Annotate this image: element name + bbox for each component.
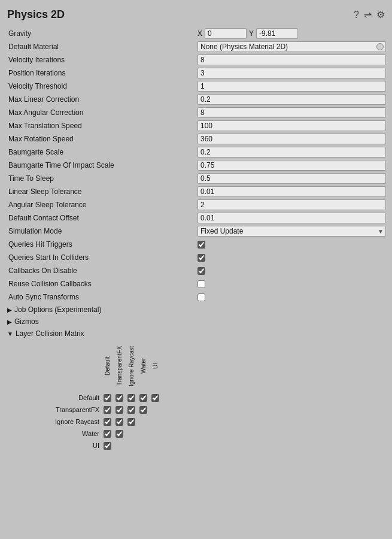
reuse-collision-callbacks-checkbox[interactable] bbox=[197, 280, 205, 288]
velocity-iterations-row: Velocity Iterations bbox=[6, 53, 386, 66]
velocity-threshold-label: Velocity Threshold bbox=[6, 82, 197, 90]
position-iterations-row: Position Iterations bbox=[6, 66, 386, 80]
gizmos-section[interactable]: ▶ Gizmos bbox=[6, 316, 386, 328]
time-to-sleep-input[interactable] bbox=[197, 173, 386, 184]
auto-sync-transforms-checkbox[interactable] bbox=[197, 293, 205, 301]
matrix-checkbox-ignore-raycast-transparentfx[interactable] bbox=[116, 418, 123, 426]
matrix-cell-ui-ignore-raycast-empty bbox=[126, 440, 136, 451]
baumgarte-toi-scale-value bbox=[197, 160, 386, 171]
angular-sleep-tolerance-input[interactable] bbox=[197, 199, 386, 210]
matrix-checkbox-transparentfx-transparentfx[interactable] bbox=[116, 406, 123, 414]
position-iterations-input[interactable] bbox=[197, 68, 386, 78]
simulation-mode-select-wrapper: Fixed Update Update Script ▼ bbox=[197, 226, 386, 237]
matrix-cell-default-default bbox=[102, 392, 113, 403]
reuse-collision-callbacks-value bbox=[197, 280, 386, 288]
position-iterations-value bbox=[197, 68, 386, 78]
max-translation-speed-label: Max Translation Speed bbox=[6, 122, 197, 130]
angular-sleep-tolerance-label: Angular Sleep Tolerance bbox=[6, 201, 197, 209]
matrix-checkbox-default-transparentfx[interactable] bbox=[116, 394, 123, 402]
matrix-cells-transparentfx bbox=[102, 404, 160, 415]
velocity-iterations-value bbox=[197, 54, 386, 65]
linear-sleep-tolerance-row: Linear Sleep Tolerance bbox=[6, 185, 386, 198]
linear-sleep-tolerance-label: Linear Sleep Tolerance bbox=[6, 187, 197, 196]
max-translation-speed-value bbox=[197, 120, 386, 131]
velocity-iterations-label: Velocity Iterations bbox=[6, 56, 197, 64]
gravity-y-input[interactable] bbox=[256, 28, 298, 39]
matrix-row-label-ignore-raycast: Ignore Raycast bbox=[18, 418, 102, 425]
callbacks-on-disable-row: Callbacks On Disable bbox=[6, 264, 386, 277]
matrix-col-header-ignore-raycast-text: Ignore Raycast bbox=[128, 342, 135, 390]
layer-collision-matrix-container: Default TransparentFX Ignore Raycast Wat… bbox=[6, 340, 386, 455]
default-contact-offset-input[interactable] bbox=[197, 213, 386, 223]
matrix-cell-ignore-raycast-default bbox=[102, 416, 113, 427]
matrix-checkbox-default-water[interactable] bbox=[139, 394, 147, 402]
matrix-checkbox-ui-default[interactable] bbox=[104, 442, 111, 450]
matrix-col-header-ignore-raycast: Ignore Raycast bbox=[126, 342, 136, 390]
queries-hit-triggers-checkbox[interactable] bbox=[197, 241, 205, 249]
default-material-field[interactable]: None (Physics Material 2D) bbox=[197, 41, 386, 52]
max-translation-speed-row: Max Translation Speed bbox=[6, 119, 386, 132]
queries-hit-triggers-row: Queries Hit Triggers bbox=[6, 238, 386, 251]
matrix-checkbox-water-transparentfx[interactable] bbox=[116, 430, 123, 438]
job-options-section[interactable]: ▶ Job Options (Experimental) bbox=[6, 304, 386, 316]
simulation-mode-label: Simulation Mode bbox=[6, 227, 197, 235]
velocity-threshold-row: Velocity Threshold bbox=[6, 80, 386, 93]
max-translation-speed-input[interactable] bbox=[197, 120, 386, 131]
matrix-row-default: Default bbox=[18, 392, 386, 403]
matrix-col-header-ui: UI bbox=[150, 342, 160, 390]
simulation-mode-value: Fixed Update Update Script ▼ bbox=[197, 226, 386, 237]
matrix-checkbox-ignore-raycast-ignore-raycast[interactable] bbox=[127, 418, 135, 426]
matrix-col-header-transparentfx: TransparentFX bbox=[114, 342, 124, 390]
callbacks-on-disable-checkbox[interactable] bbox=[197, 267, 205, 275]
max-rotation-speed-row: Max Rotation Speed bbox=[6, 132, 386, 146]
velocity-iterations-input[interactable] bbox=[197, 54, 386, 65]
gravity-x-input[interactable] bbox=[205, 28, 247, 39]
matrix-col-header-default-text: Default bbox=[104, 342, 111, 390]
max-linear-correction-value bbox=[197, 94, 386, 105]
baumgarte-scale-row: Baumgarte Scale bbox=[6, 146, 386, 159]
matrix-checkbox-default-ui[interactable] bbox=[151, 394, 159, 402]
matrix-checkbox-transparentfx-water[interactable] bbox=[139, 406, 147, 414]
queries-start-in-colliders-value bbox=[197, 254, 386, 262]
matrix-checkbox-water-default[interactable] bbox=[104, 430, 111, 438]
panel-title: Physics 2D bbox=[7, 8, 65, 21]
queries-start-in-colliders-checkbox[interactable] bbox=[197, 254, 205, 262]
linear-sleep-tolerance-input[interactable] bbox=[197, 186, 386, 197]
matrix-cells-ignore-raycast bbox=[102, 416, 160, 427]
matrix-checkbox-ignore-raycast-default[interactable] bbox=[104, 418, 111, 426]
matrix-checkbox-default-default[interactable] bbox=[104, 394, 111, 402]
default-contact-offset-value bbox=[197, 213, 386, 223]
matrix-row-label-default: Default bbox=[18, 394, 102, 401]
panel-header: Physics 2D ? ⇌ ⚙ bbox=[6, 5, 386, 27]
baumgarte-scale-input[interactable] bbox=[197, 147, 386, 158]
max-angular-correction-input[interactable] bbox=[197, 107, 386, 118]
queries-hit-triggers-value bbox=[197, 241, 386, 249]
simulation-mode-select[interactable]: Fixed Update Update Script bbox=[197, 226, 386, 237]
sliders-icon[interactable]: ⇌ bbox=[364, 9, 372, 20]
matrix-row-transparentfx: TransparentFX bbox=[18, 404, 386, 415]
layer-collision-matrix-section[interactable]: ▼ Layer Collision Matrix bbox=[6, 328, 386, 340]
matrix-checkbox-transparentfx-default[interactable] bbox=[104, 406, 111, 414]
material-picker-icon[interactable] bbox=[376, 43, 384, 50]
reuse-collision-callbacks-label: Reuse Collision Callbacks bbox=[6, 280, 197, 288]
matrix-cell-water-water-empty bbox=[138, 428, 148, 439]
max-linear-correction-input[interactable] bbox=[197, 94, 386, 105]
linear-sleep-tolerance-value bbox=[197, 186, 386, 197]
physics-2d-panel: Physics 2D ? ⇌ ⚙ Gravity X Y Default Mat… bbox=[0, 0, 392, 459]
matrix-col-header-transparentfx-text: TransparentFX bbox=[116, 342, 123, 390]
gravity-x-label: X bbox=[197, 29, 202, 38]
matrix-checkbox-default-ignore-raycast[interactable] bbox=[127, 394, 135, 402]
velocity-threshold-input[interactable] bbox=[197, 81, 386, 92]
callbacks-on-disable-label: Callbacks On Disable bbox=[6, 267, 197, 275]
position-iterations-label: Position Iterations bbox=[6, 69, 197, 77]
velocity-threshold-value bbox=[197, 81, 386, 92]
baumgarte-toi-scale-input[interactable] bbox=[197, 160, 386, 171]
max-rotation-speed-input[interactable] bbox=[197, 134, 386, 144]
matrix-checkbox-transparentfx-ignore-raycast[interactable] bbox=[127, 406, 135, 414]
gear-icon[interactable]: ⚙ bbox=[376, 9, 385, 20]
max-rotation-speed-value bbox=[197, 134, 386, 144]
help-icon[interactable]: ? bbox=[354, 10, 359, 20]
max-angular-correction-value bbox=[197, 107, 386, 118]
matrix-cell-water-ui-empty bbox=[150, 428, 160, 439]
matrix-cell-water-default bbox=[102, 428, 113, 439]
